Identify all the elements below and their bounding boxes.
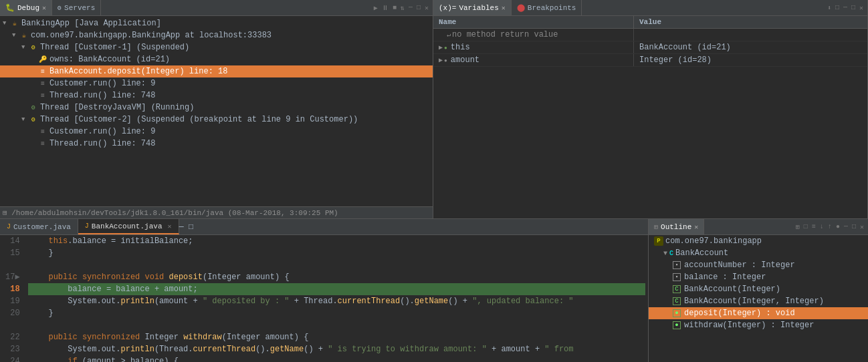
thread-running-icon: ⚙ (28, 103, 39, 112)
tree-item-destroy-jvm[interactable]: ⚙ Thread [DestroyJavaVM] (Running) (0, 102, 433, 114)
amount-expand-arrow[interactable]: ▶ (439, 56, 443, 64)
outline-btn1[interactable]: ⊞ (794, 222, 801, 232)
outline-package[interactable]: P com.one97.bankingapp (649, 235, 868, 247)
outline-btn3[interactable]: ≡ (810, 222, 817, 231)
outline-method-withdraw[interactable]: ● withdraw(Integer) : Integer (649, 319, 868, 331)
line-num-15: 15 (5, 247, 20, 259)
outline-close[interactable]: ✕ (859, 222, 865, 232)
outline-minimize[interactable]: ─ (843, 222, 849, 231)
debug-btn-3[interactable]: ■ (391, 3, 398, 12)
outline-btn2[interactable]: □ (802, 222, 809, 231)
tree-label: Thread.run() line: 748 (49, 139, 155, 148)
vars-btn3[interactable]: ─ (842, 3, 849, 12)
variables-tab[interactable]: (x)= Variables ✕ (433, 0, 512, 15)
debug-close[interactable]: ✕ (423, 3, 430, 13)
outline-constructor-1[interactable]: C BankAccount(Integer) (649, 283, 868, 295)
customer-tab-label: Customer.java (13, 223, 71, 231)
debug-toolbar: ▶ ⏸ ■ ⇅ ─ □ ✕ (370, 3, 433, 13)
line-num-17: 17▶ (5, 271, 20, 283)
debug-btn-4[interactable]: ⇅ (399, 3, 406, 13)
outline-field-balance[interactable]: ▪ balance : Integer (649, 271, 868, 283)
java-file-icon-2: J (85, 222, 89, 230)
debug-tab-bar: 🐛 Debug ✕ ⚙ Servers ▶ ⏸ ■ ⇅ ─ □ ✕ (0, 0, 433, 16)
debug-close-icon[interactable]: ✕ (42, 4, 46, 12)
var-this-value: BankAccount (id=21) (634, 41, 736, 53)
outline-tab[interactable]: ⊞ Outline ✕ (649, 219, 704, 234)
outline-method-deposit[interactable]: ● deposit(Integer) : void (649, 307, 868, 319)
customer-java-tab[interactable]: J Customer.java (0, 219, 78, 234)
tree-item-deposit-frame[interactable]: ≡ BankAccount.deposit(Integer) line: 18 (0, 65, 433, 77)
this-expand-arrow[interactable]: ▶ (439, 43, 443, 51)
tree-label: Thread.run() line: 748 (49, 91, 155, 100)
tree-label: Customer.run() line: 9 (49, 127, 155, 136)
var-row-this[interactable]: ▶ ● this BankAccount (id=21) (433, 41, 867, 54)
code-lines: this.balance = initialBalance; } public … (25, 235, 648, 362)
servers-tab-label: Servers (64, 4, 95, 12)
vars-btn2[interactable]: □ (834, 3, 841, 12)
class-icon: C (669, 250, 673, 257)
variables-icon: (x)= (439, 4, 456, 12)
tree-item-thread-customer1[interactable]: ▼ ⚙ Thread [Customer-1] (Suspended) (0, 41, 433, 53)
tab-close-btn[interactable]: ✕ (167, 222, 171, 230)
expand-arrow: ▼ (21, 116, 28, 123)
tree-item-customer2-run[interactable]: ≡ Customer.run() line: 9 (0, 126, 433, 138)
code-tab-bar: J Customer.java J BankAccount.java ✕ ─ □ (0, 219, 648, 235)
outline-balance-label: balance : Integer (684, 273, 766, 282)
outline-controls: ⊞ □ ≡ ↓ ↑ ● ─ □ ✕ (792, 222, 868, 232)
tree-item-thread-customer2[interactable]: ▼ ⚙ Thread [Customer-2] (Suspended (brea… (0, 114, 433, 126)
var-value (634, 33, 645, 36)
editor-minimize[interactable]: ─ (179, 222, 184, 232)
tree-item-thread-run1[interactable]: ≡ Thread.run() line: 748 (0, 89, 433, 102)
stackframe-icon: ≡ (37, 139, 48, 148)
debug-btn-1[interactable]: ▶ (372, 3, 379, 13)
tree-item-customer-run1[interactable]: ≡ Customer.run() line: 9 (0, 77, 433, 89)
stackframe-icon: ≡ (37, 127, 48, 136)
outline-btn5[interactable]: ↑ (827, 222, 833, 231)
tree-item-bankingapp[interactable]: ▼ ☕ BankingApp [Java Application] (0, 17, 433, 29)
java-app-icon: ☕ (9, 19, 20, 28)
debug-panel: 🐛 Debug ✕ ⚙ Servers ▶ ⏸ ■ ⇅ ─ □ ✕ ▼ (0, 0, 433, 218)
stackframe-icon: ≡ (37, 67, 48, 76)
bankaccount-java-tab[interactable]: J BankAccount.java ✕ (78, 219, 179, 234)
variables-panel: (x)= Variables ✕ ⬤ Breakpoints ⬇ □ ─ □ ✕… (433, 0, 868, 218)
tree-item-thread2-run[interactable]: ≡ Thread.run() line: 748 (0, 138, 433, 150)
outline-field-accountnumber[interactable]: ▪ accountNumber : Integer (649, 259, 868, 271)
var-col-value: Value (634, 16, 667, 28)
tree-item-owns[interactable]: 🔑 owns: BankAccount (id=21) (0, 53, 433, 65)
var-row-no-return: ↵ no method return value (433, 29, 867, 41)
var-this-label: this (451, 43, 470, 52)
tree-label: Customer.run() line: 9 (49, 79, 155, 88)
var-amount-label: amount (451, 55, 479, 65)
tree-item-connection[interactable]: ▼ ☕ com.one97.bankingapp.BankingApp at l… (0, 29, 433, 41)
outline-btn4[interactable]: ↓ (819, 222, 825, 231)
line-num-blank1 (5, 259, 20, 271)
tree-label: owns: BankAccount (id=21) (49, 55, 170, 64)
debug-btn-2[interactable]: ⏸ (381, 3, 390, 13)
breakpoints-tab[interactable]: ⬤ Breakpoints (512, 0, 582, 15)
debug-minimize[interactable]: ─ (407, 3, 414, 12)
vars-btn1[interactable]: ⬇ (826, 3, 833, 13)
vars-close[interactable]: ✕ (858, 3, 865, 13)
tree-label: Thread [Customer-1] (Suspended) (40, 43, 189, 52)
owns-icon: 🔑 (37, 55, 48, 64)
class-expand-arrow[interactable]: ▼ (663, 250, 667, 257)
variables-controls: ⬇ □ ─ □ ✕ (823, 3, 867, 13)
var-row-amount[interactable]: ▶ ● amount Integer (id=28) (433, 54, 867, 67)
outline-field-label: accountNumber : Integer (684, 260, 795, 270)
servers-tab[interactable]: ⚙ Servers (52, 0, 101, 15)
outline-btn6[interactable]: ● (835, 222, 841, 231)
outline-constructor-2[interactable]: C BankAccount(Integer, Integer) (649, 295, 868, 307)
outline-class-bankaccount[interactable]: ▼ C BankAccount (649, 247, 868, 259)
outline-close-icon[interactable]: ✕ (694, 223, 698, 231)
dot-gray-amount: ● (444, 57, 447, 63)
debug-tab[interactable]: 🐛 Debug ✕ (0, 0, 52, 15)
outline-content: P com.one97.bankingapp ▼ C BankAccount ▪… (649, 235, 868, 362)
variables-tab-bar: (x)= Variables ✕ ⬤ Breakpoints ⬇ □ ─ □ ✕ (433, 0, 867, 16)
code-line-19: System.out.println(amount + " deposited … (28, 295, 645, 307)
debug-maximize[interactable]: □ (415, 3, 422, 12)
variables-close-icon[interactable]: ✕ (502, 4, 506, 12)
line-num-19: 19 (5, 295, 20, 307)
editor-maximize[interactable]: □ (189, 222, 193, 232)
outline-maximize[interactable]: □ (851, 222, 857, 231)
vars-btn4[interactable]: □ (850, 3, 857, 12)
